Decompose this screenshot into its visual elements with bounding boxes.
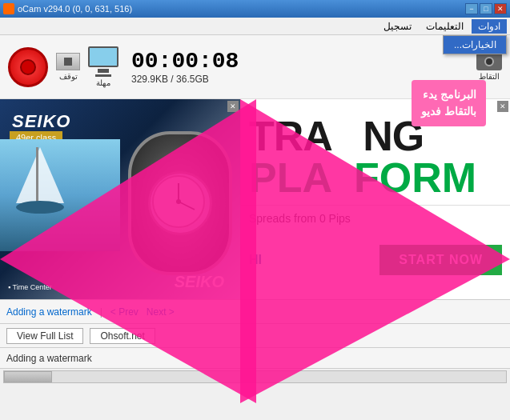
ad-seiko: ✕ SEIKO 49er class ▪ T [0, 99, 240, 299]
stop-icon [64, 58, 72, 66]
trading-subtext: Spreads from 0 Pips [241, 205, 510, 231]
dropdown-item-options[interactable]: الخيارات... [444, 36, 506, 54]
adding-watermark-link[interactable]: Adding a watermark [6, 306, 92, 318]
svg-point-6 [176, 199, 181, 204]
ad-left-close-button[interactable]: ✕ [227, 101, 239, 112]
time-section: 00:00:08 329.9KB / 36.5GB [131, 49, 239, 85]
status-bar [0, 368, 510, 384]
start-now-button[interactable]: START NOW [379, 245, 502, 275]
camera-icon [476, 53, 502, 70]
trading-heading2: PLA FORM [241, 157, 510, 198]
monitor-base [95, 74, 111, 77]
window-title: oCam v294.0 (0, 0, 631, 516) [18, 4, 132, 14]
watch-face-svg [151, 174, 207, 230]
stop-label: توقف [59, 72, 78, 81]
app-icon [3, 3, 14, 14]
close-button[interactable]: ✕ [494, 3, 507, 14]
adding-watermark-footer: Adding a watermark [0, 347, 510, 368]
arabic-tooltip: البرنامج يدء بالتقاط فديو [412, 80, 486, 126]
maximize-button[interactable]: □ [480, 3, 492, 14]
hi-text: HI [249, 253, 262, 267]
monitor-stand [98, 69, 109, 73]
capture-button[interactable]: التقاط [476, 53, 502, 81]
monitor-screen [88, 46, 118, 67]
next-link[interactable]: Next > [147, 306, 175, 318]
window-controls: − □ ✕ [465, 3, 507, 14]
tooltip-line2: بالتقاط فديو [421, 103, 476, 120]
horizontal-scrollbar[interactable] [3, 370, 507, 383]
stop-section: توقف [56, 53, 80, 81]
bottom-buttons: View Full List Ohsoft.net [0, 323, 510, 347]
sailing-scene [0, 139, 120, 251]
view-full-list-button[interactable]: View Full List [6, 328, 83, 344]
svg-marker-0 [16, 147, 64, 203]
content-area: ✕ SEIKO 49er class ▪ T [0, 99, 510, 299]
scrollbar-thumb[interactable] [4, 371, 52, 382]
seiko-logo: SEIKO [12, 111, 70, 132]
footer-watermark-text: Adding a watermark [6, 353, 92, 364]
monitor-label: مهلة [96, 78, 110, 87]
minimize-button[interactable]: − [465, 3, 478, 14]
prev-link[interactable]: < Prev [110, 306, 139, 318]
bottom-link-bar: Adding a watermark | < Prev Next > [0, 299, 510, 323]
menu-bar: ادوات التعليمات تسجيل الخيارات... [0, 18, 510, 35]
file-size-display: 329.9KB / 36.5GB [131, 74, 239, 85]
title-bar-left: oCam v294.0 (0, 0, 631, 516) [3, 3, 132, 14]
camera-lens [484, 57, 494, 66]
time-center-logo: ▪ Time Center [8, 283, 52, 291]
stop-button[interactable] [56, 53, 80, 70]
ad-trading: ✕ TRA NG PLA FORM Spreads from 0 Pips HI… [240, 99, 510, 299]
monitor-icon-section: مهلة [88, 46, 118, 87]
right-controls: التقاط [476, 53, 502, 81]
svg-point-2 [16, 201, 64, 214]
rec-indicator [20, 59, 36, 75]
menu-register[interactable]: تسجيل [377, 19, 418, 34]
seiko-brand-bottom: SEIKO [175, 273, 224, 291]
tooltip-line1: البرنامج يدء [421, 86, 476, 103]
ad-right-close-button[interactable]: ✕ [497, 101, 508, 112]
ohsoft-button[interactable]: Ohsoft.net [90, 328, 155, 344]
menu-settings[interactable]: التعليمات [420, 19, 470, 34]
record-button[interactable] [8, 47, 48, 87]
watch-face [148, 171, 212, 235]
svg-rect-1 [36, 147, 38, 207]
timer-display: 00:00:08 [131, 49, 239, 74]
sailboat-svg [0, 139, 80, 219]
separator1: | [100, 306, 102, 318]
menu-tools[interactable]: ادوات [472, 19, 507, 34]
title-bar: oCam v294.0 (0, 0, 631, 516) − □ ✕ [0, 0, 510, 18]
watch-image [128, 131, 232, 275]
dropdown-menu: الخيارات... [443, 35, 507, 54]
